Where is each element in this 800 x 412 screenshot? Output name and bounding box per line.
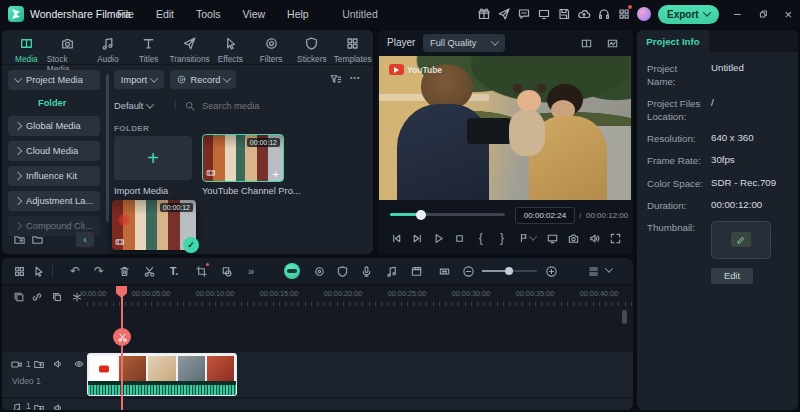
restore-button[interactable] <box>757 8 769 20</box>
timecode-current-box[interactable]: 00:00:02:24 <box>515 207 575 224</box>
media-clip-tile[interactable]: 00:00:12 + <box>202 134 284 182</box>
sidebar-item-folder[interactable]: Folder <box>8 95 110 116</box>
sidebar-scrollbar[interactable] <box>106 74 109 222</box>
menu-file[interactable]: File <box>115 8 136 20</box>
track-manager-icon[interactable] <box>584 262 602 280</box>
tab-filters[interactable]: Filters <box>251 30 292 64</box>
video-preview[interactable]: YouTube <box>379 56 631 200</box>
voiceover-mic-icon[interactable] <box>357 262 375 280</box>
snapshot-button[interactable] <box>565 229 583 247</box>
link-clips-icon[interactable] <box>28 288 46 306</box>
shield-icon[interactable] <box>333 262 351 280</box>
split-view-icon[interactable] <box>577 34 595 52</box>
next-frame-button[interactable] <box>408 229 426 247</box>
mark-out-button[interactable]: } <box>493 229 511 247</box>
motion-track-icon[interactable] <box>310 262 328 280</box>
record-button[interactable]: Record <box>170 70 236 89</box>
marker-button[interactable] <box>514 229 540 247</box>
support-icon[interactable] <box>594 4 614 24</box>
tab-titles[interactable]: Titles <box>128 30 169 64</box>
sidebar-item-global-media[interactable]: Global Media <box>8 116 100 136</box>
mask-button[interactable] <box>217 262 235 280</box>
play-button[interactable] <box>429 229 447 247</box>
timeline-scrollbar[interactable] <box>622 310 627 324</box>
mark-in-button[interactable]: { <box>472 229 490 247</box>
save-icon[interactable] <box>554 4 574 24</box>
track-manager-caret-icon[interactable] <box>605 264 613 272</box>
track-mute-icon[interactable] <box>49 399 67 410</box>
delete-folder-icon[interactable] <box>28 230 46 248</box>
zoom-in-icon[interactable] <box>542 262 560 280</box>
seek-handle[interactable] <box>416 210 426 220</box>
track-mute-icon[interactable] <box>49 355 67 373</box>
select-tool-icon[interactable] <box>29 262 47 280</box>
ai-copilot-icon[interactable] <box>284 263 300 279</box>
menu-tools[interactable]: Tools <box>194 8 223 20</box>
sort-dropdown[interactable]: Default <box>114 97 153 115</box>
tab-stickers[interactable]: Stickers <box>291 30 332 64</box>
thumbnail-box[interactable] <box>711 221 771 259</box>
minimize-button[interactable]: – <box>734 7 741 21</box>
playhead-line[interactable] <box>121 286 123 410</box>
fit-timeline-icon[interactable] <box>435 262 453 280</box>
tab-audio[interactable]: Audio <box>88 30 129 64</box>
collapse-sidebar-button[interactable]: ‹ <box>76 232 94 247</box>
cloud-upload-icon[interactable] <box>574 4 594 24</box>
new-folder-icon[interactable] <box>10 230 28 248</box>
mirror-display-button[interactable] <box>543 229 561 247</box>
crop-button[interactable] <box>192 262 210 280</box>
apps-icon[interactable] <box>614 4 634 24</box>
timeline-clip[interactable] <box>87 353 237 396</box>
dragged-clip-thumbnail[interactable]: 00:00:12 ✓ <box>112 200 196 250</box>
menu-edit[interactable]: Edit <box>154 8 176 20</box>
import-button[interactable]: Import <box>114 70 164 89</box>
split-scissors-button[interactable] <box>140 262 158 280</box>
tab-media[interactable]: Media <box>6 30 47 64</box>
device-icon[interactable] <box>534 4 554 24</box>
sidebar-item-influence-kit[interactable]: Influence Kit <box>8 166 100 186</box>
timeline-zoom-slider[interactable] <box>482 270 537 272</box>
render-preview-icon[interactable] <box>407 262 425 280</box>
edit-button[interactable]: Edit <box>711 268 753 284</box>
audio-mixer-icon[interactable] <box>382 262 400 280</box>
feedback-icon[interactable] <box>514 4 534 24</box>
more-tools-icon[interactable]: » <box>242 262 260 280</box>
import-media-tile[interactable]: + <box>114 136 192 180</box>
gift-icon[interactable] <box>474 4 494 24</box>
zoom-slider-handle[interactable] <box>505 267 513 275</box>
close-button[interactable]: × <box>784 7 792 22</box>
text-tool-button[interactable]: T. <box>165 262 183 280</box>
zoom-out-icon[interactable] <box>459 262 477 280</box>
previous-frame-button[interactable] <box>387 229 405 247</box>
edit-thumbnail-icon[interactable] <box>731 232 751 247</box>
timeline-ruler[interactable]: 00:00:00:00 00:00:05:00 00:00:10:00 00:0… <box>80 286 633 308</box>
add-to-timeline-icon[interactable]: + <box>273 169 279 180</box>
more-options-icon[interactable]: ••• <box>350 74 360 81</box>
delete-button[interactable] <box>115 262 133 280</box>
tab-transitions[interactable]: Transitions <box>169 30 210 64</box>
copy-clip-icon[interactable] <box>10 288 28 306</box>
menu-help[interactable]: Help <box>285 8 311 20</box>
playhead-scissors-badge[interactable] <box>113 328 131 346</box>
menu-view[interactable]: View <box>241 8 268 20</box>
avatar[interactable] <box>634 4 654 24</box>
fullscreen-button[interactable] <box>607 229 625 247</box>
tab-effects[interactable]: Effects <box>210 30 251 64</box>
seek-bar[interactable] <box>390 213 505 216</box>
compound-clip-icon[interactable] <box>48 288 66 306</box>
track-folder-icon[interactable] <box>30 399 48 410</box>
search-input[interactable] <box>200 96 354 116</box>
tab-stock-media[interactable]: Stock Media <box>47 30 88 74</box>
filter-icon[interactable] <box>326 70 344 88</box>
share-icon[interactable] <box>494 4 514 24</box>
stop-button[interactable] <box>451 229 469 247</box>
tab-project-info[interactable]: Project Info <box>637 30 709 52</box>
volume-button[interactable] <box>586 229 604 247</box>
scopes-icon[interactable] <box>603 34 621 52</box>
track-visibility-icon[interactable] <box>70 355 88 373</box>
tab-templates[interactable]: Templates <box>332 30 373 64</box>
track-folder-icon[interactable] <box>30 355 48 373</box>
export-button[interactable]: Export <box>658 5 719 24</box>
sidebar-item-project-media[interactable]: Project Media <box>8 70 100 90</box>
undo-button[interactable]: ↶ <box>66 262 84 280</box>
